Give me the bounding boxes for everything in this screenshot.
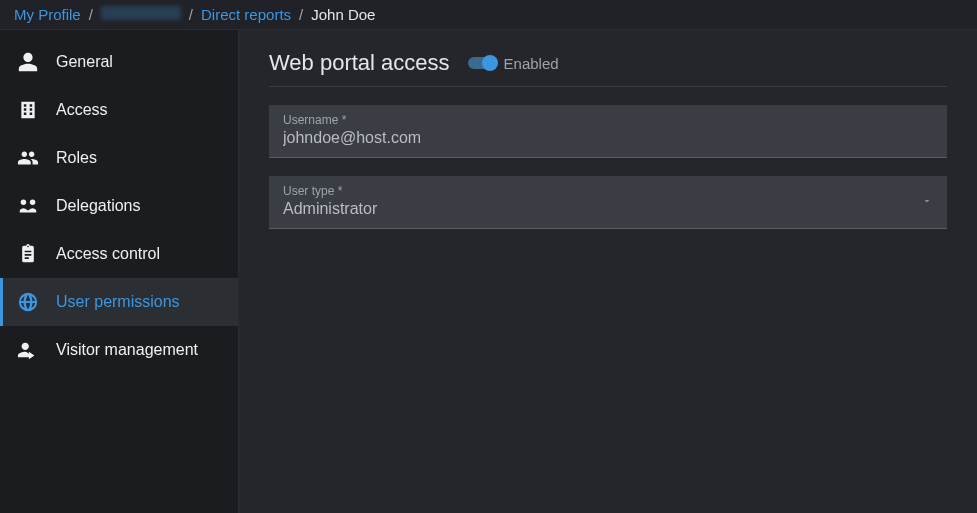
group-icon (16, 146, 40, 170)
sidebar-item-label: Access control (56, 245, 160, 263)
sidebar: General Access Roles Delegations Access (0, 30, 239, 513)
breadcrumb-my-profile[interactable]: My Profile (14, 6, 81, 23)
section-title: Web portal access (269, 50, 450, 76)
redacted-text (101, 6, 181, 20)
building-icon (16, 98, 40, 122)
toggle-label: Enabled (504, 55, 559, 72)
sidebar-item-access[interactable]: Access (0, 86, 238, 134)
section-header: Web portal access Enabled (269, 50, 947, 87)
breadcrumb-separator: / (189, 6, 193, 23)
chevron-down-icon (921, 193, 933, 211)
sidebar-item-label: Delegations (56, 197, 141, 215)
sidebar-item-label: Visitor management (56, 341, 198, 359)
field-label: User type * (283, 184, 933, 198)
sidebar-item-access-control[interactable]: Access control (0, 230, 238, 278)
sidebar-item-label: Roles (56, 149, 97, 167)
username-input[interactable] (283, 129, 933, 147)
toggle-track (468, 57, 496, 69)
toggle-thumb (482, 55, 498, 71)
visitor-icon (16, 338, 40, 362)
breadcrumb-separator: / (89, 6, 93, 23)
sidebar-item-visitor-management[interactable]: Visitor management (0, 326, 238, 374)
sidebar-item-user-permissions[interactable]: User permissions (0, 278, 238, 326)
sidebar-item-roles[interactable]: Roles (0, 134, 238, 182)
sidebar-item-delegations[interactable]: Delegations (0, 182, 238, 230)
sidebar-item-label: Access (56, 101, 108, 119)
clipboard-icon (16, 242, 40, 266)
breadcrumb-redacted-item[interactable] (101, 6, 181, 23)
breadcrumb: My Profile / / Direct reports / John Doe (0, 0, 977, 30)
sidebar-item-label: General (56, 53, 113, 71)
web-portal-access-toggle[interactable]: Enabled (468, 55, 559, 72)
user-type-value: Administrator (283, 200, 933, 218)
content-area: Web portal access Enabled Username * Use… (239, 30, 977, 513)
person-icon (16, 50, 40, 74)
username-field[interactable]: Username * (269, 105, 947, 158)
sidebar-item-label: User permissions (56, 293, 180, 311)
user-type-select[interactable]: User type * Administrator (269, 176, 947, 229)
field-label: Username * (283, 113, 933, 127)
breadcrumb-current: John Doe (311, 6, 375, 23)
globe-icon (16, 290, 40, 314)
handshake-icon (16, 194, 40, 218)
breadcrumb-direct-reports[interactable]: Direct reports (201, 6, 291, 23)
sidebar-item-general[interactable]: General (0, 38, 238, 86)
breadcrumb-separator: / (299, 6, 303, 23)
